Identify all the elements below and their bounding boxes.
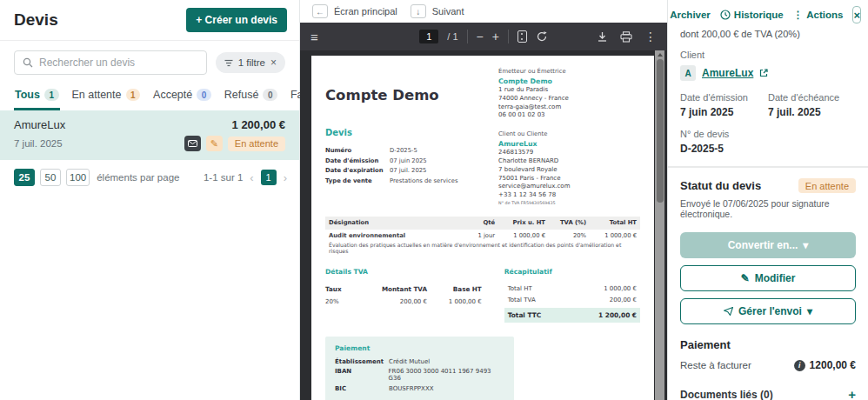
page-size-50[interactable]: 50 xyxy=(40,169,61,186)
current-page-button[interactable]: 1 xyxy=(261,170,277,185)
history-button[interactable]: Historique xyxy=(720,10,784,20)
pagination-range: 1-1 sur 1 xyxy=(204,172,243,183)
fit-page-icon[interactable] xyxy=(517,30,527,43)
external-link-icon[interactable] xyxy=(759,69,768,77)
manage-send-button[interactable]: Gérer l'envoi ▾ xyxy=(680,298,856,324)
tab-label: En attente xyxy=(72,89,122,101)
history-clock-icon xyxy=(720,10,731,20)
page-size-25[interactable]: 25 xyxy=(14,169,35,186)
status-badge: En attente xyxy=(798,178,856,193)
payment-section-title: Paiement xyxy=(680,338,856,351)
filter-chip-label: 1 filtre xyxy=(238,57,265,68)
filter-chip[interactable]: 1 filtre × xyxy=(216,52,285,73)
download-icon[interactable] xyxy=(597,31,608,43)
actions-kebab-icon: ⋮ xyxy=(793,9,804,21)
meta-label: Numéro xyxy=(325,147,390,154)
issue-date-value: 7 juin 2025 xyxy=(680,106,768,118)
actions-label: Actions xyxy=(806,10,843,20)
quote-number-label: N° de devis xyxy=(680,129,856,139)
print-icon[interactable] xyxy=(620,31,632,43)
app: Devis + Créer un devis 1 filtre × Tous 1 xyxy=(0,0,868,400)
arrow-left-key-icon[interactable]: ← xyxy=(312,4,328,18)
tva-details-title: Détails TVA xyxy=(325,268,482,276)
payment-box-title: Paiement xyxy=(335,344,504,352)
remaining-to-invoice-label: Reste à facturer xyxy=(680,360,751,370)
tab-count-badge: 1 xyxy=(126,89,141,101)
remaining-amount: 1200,00 € xyxy=(810,359,856,371)
more-tools-icon[interactable]: ⋮ xyxy=(644,30,657,43)
page-size-label: éléments par page xyxy=(97,172,179,183)
arrow-down-key-icon[interactable]: ↓ xyxy=(411,4,426,18)
sidebar-toggle-icon[interactable]: ≡ xyxy=(310,30,318,44)
quote-list-item-selected[interactable]: AmureLux 7 juil. 2025 1 200,00 € ✎ En at… xyxy=(0,110,299,160)
main-screen-shortcut[interactable]: Écran principal xyxy=(334,6,397,17)
linked-docs-label: Documents liés (0) xyxy=(680,389,773,400)
toolbar-divider xyxy=(467,30,468,43)
rotate-icon[interactable] xyxy=(536,30,548,43)
next-shortcut[interactable]: Suivant xyxy=(432,6,464,17)
archive-button[interactable]: Archiver xyxy=(667,10,711,20)
tab-en-attente[interactable]: En attente 1 xyxy=(71,85,142,110)
status-tabs: Tous 1 En attente 1 Accepté 0 Refusé 0 F… xyxy=(0,83,299,110)
recap-summary: Récapitulatif Total HT1 000,00 € Total T… xyxy=(504,268,640,323)
scroll-up-icon[interactable] xyxy=(658,53,663,57)
scrollbar-thumb[interactable] xyxy=(657,59,664,203)
pdf-page: Compte Demo Devis NuméroD-2025-5 Date d'… xyxy=(311,56,654,400)
doc-meta: NuméroD-2025-5 Date d'émission07 juin 20… xyxy=(325,147,498,184)
meta-value: 07 juin 2025 xyxy=(390,157,427,164)
search-box[interactable] xyxy=(14,50,207,75)
meta-label: Date d'expiration xyxy=(325,167,390,174)
pagination-bar: 25 50 100 éléments par page 1-1 sur 1 ‹ … xyxy=(0,160,299,195)
meta-label: Date d'émission xyxy=(325,157,390,164)
add-linked-doc-button[interactable]: + xyxy=(848,388,856,400)
tab-label: Refusé xyxy=(224,89,259,101)
zoom-out-icon[interactable]: − xyxy=(477,30,484,43)
tab-label: Accepté xyxy=(153,89,192,101)
due-date-label: Date d'échéance xyxy=(768,92,856,103)
quote-status-badge: En attente xyxy=(228,137,285,151)
create-quote-button[interactable]: + Créer un devis xyxy=(186,8,287,32)
recap-title: Récapitulatif xyxy=(504,268,640,276)
tab-tous[interactable]: Tous 1 xyxy=(14,85,60,110)
doc-type-heading: Devis xyxy=(325,128,498,137)
actions-button[interactable]: ⋮ Actions xyxy=(793,9,844,21)
next-page-icon[interactable]: › xyxy=(282,171,289,184)
client-avatar: A xyxy=(680,65,696,81)
close-panel-button[interactable]: × xyxy=(852,6,861,23)
filter-remove-icon[interactable]: × xyxy=(270,57,277,69)
tab-refuse[interactable]: Refusé 0 xyxy=(224,85,278,110)
page-title: Devis xyxy=(14,10,58,30)
quote-row-right: 1 200,00 € ✎ En attente xyxy=(184,118,285,151)
meta-label: Type de vente xyxy=(325,177,390,184)
pdf-toolbar: ≡ 1 / 1 − + ⋮ xyxy=(300,23,667,50)
signature-pending-icon: ✎ xyxy=(206,136,223,151)
pdf-viewer-column: ← Écran principal ↓ Suivant ≡ 1 / 1 − + xyxy=(300,0,667,400)
page-number-input[interactable]: 1 xyxy=(419,30,438,43)
pdf-canvas-area: Compte Demo Devis NuméroD-2025-5 Date d'… xyxy=(300,50,667,400)
zoom-in-icon[interactable]: + xyxy=(492,30,499,43)
info-icon[interactable]: i xyxy=(794,360,805,371)
pdf-scrollbar[interactable] xyxy=(655,50,664,400)
quote-row-left: AmureLux 7 juil. 2025 xyxy=(14,118,65,151)
page-size-100[interactable]: 100 xyxy=(66,169,90,186)
quote-detail-panel: Archiver Historique ⋮ Actions × dont 200… xyxy=(667,0,868,400)
tab-count-badge: 0 xyxy=(263,89,277,101)
prev-page-icon[interactable]: ‹ xyxy=(248,171,255,184)
client-vat-number: N° de TVA FR59430569435 xyxy=(498,201,640,205)
meta-value: D-2025-5 xyxy=(390,147,417,154)
convert-label: Convertir en... xyxy=(728,239,798,251)
edit-button[interactable]: ✎ Modifier xyxy=(680,265,856,291)
search-row: 1 filtre × xyxy=(0,41,299,83)
toolbar-divider xyxy=(508,30,509,43)
search-input[interactable] xyxy=(39,57,198,69)
issuer-caption: Émetteur ou Émettrice xyxy=(498,68,640,75)
total-ttc-row: Total TTC1 200,00 € xyxy=(504,308,640,323)
page-total-label: / 1 xyxy=(447,31,457,42)
status-section-title: Statut du devis xyxy=(680,179,761,192)
tab-accepte[interactable]: Accepté 0 xyxy=(152,85,212,110)
tab-label: Tous xyxy=(15,89,40,101)
client-link[interactable]: AmureLux xyxy=(702,67,753,79)
convert-button[interactable]: Convertir en... ▾ xyxy=(680,232,856,258)
send-icon xyxy=(724,307,733,316)
status-note: Envoyé le 07/06/2025 pour signature élec… xyxy=(680,198,856,219)
